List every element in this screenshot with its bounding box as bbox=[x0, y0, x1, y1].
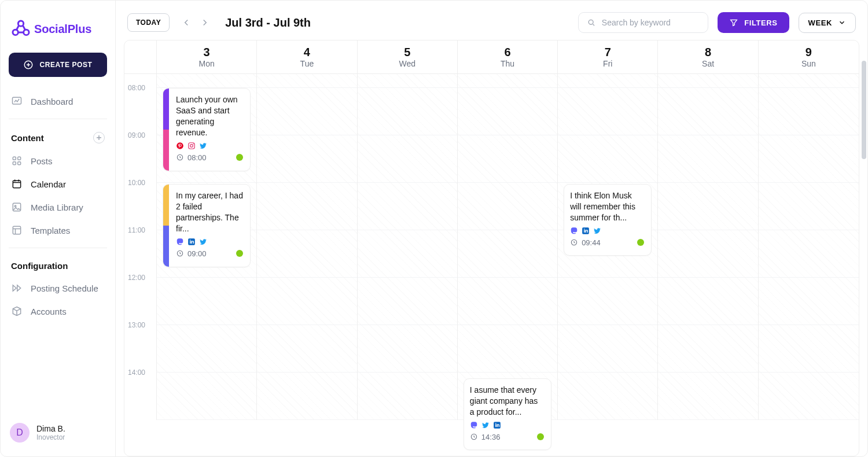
status-dot bbox=[637, 239, 644, 246]
create-post-button[interactable]: CREATE POST bbox=[9, 53, 107, 77]
event-card[interactable]: I asume that every giant company has a p… bbox=[464, 378, 551, 450]
nav-label: Templates bbox=[31, 226, 70, 235]
date-range: Jul 3rd - Jul 9th bbox=[225, 16, 311, 30]
view-select[interactable]: WEEK bbox=[799, 13, 856, 33]
instagram-icon bbox=[187, 142, 196, 150]
twitter-icon bbox=[199, 142, 207, 150]
event-card[interactable]: In my career, I had 2 failed partnership… bbox=[163, 184, 251, 267]
chevron-down-icon bbox=[838, 19, 846, 27]
svg-point-14 bbox=[176, 142, 183, 149]
twitter-icon bbox=[199, 238, 207, 246]
day-col-thu[interactable]: I asume that every giant company has a p… bbox=[458, 74, 558, 420]
main: TODAY Jul 3rd - Jul 9th FILTERS WEEK bbox=[116, 1, 867, 456]
event-text: I asume that every giant company has a p… bbox=[470, 385, 544, 418]
sidebar-item-schedule[interactable]: Posting Schedule bbox=[9, 277, 107, 300]
svg-rect-8 bbox=[18, 162, 21, 165]
view-label: WEEK bbox=[808, 19, 832, 27]
templates-icon bbox=[11, 224, 23, 236]
svg-rect-6 bbox=[18, 157, 21, 160]
day-col-tue[interactable] bbox=[257, 74, 357, 420]
linkedin-icon bbox=[187, 238, 196, 246]
search-icon bbox=[587, 17, 596, 28]
divider bbox=[9, 119, 107, 119]
day-header[interactable]: 7Fri bbox=[558, 40, 658, 73]
cube-icon bbox=[11, 305, 23, 317]
add-content-button[interactable] bbox=[93, 132, 105, 143]
user-org: Inovector bbox=[36, 433, 65, 441]
sidebar-item-templates[interactable]: Templates bbox=[9, 219, 107, 242]
svg-point-13 bbox=[589, 20, 593, 24]
day-header[interactable]: 5Wed bbox=[358, 40, 458, 73]
brand-logo[interactable]: SocialPlus bbox=[9, 14, 107, 53]
clock-icon bbox=[176, 153, 184, 161]
event-card[interactable]: I think Elon Musk will remember this sum… bbox=[564, 184, 652, 256]
nav-label: Posts bbox=[31, 156, 53, 166]
clock-icon bbox=[470, 433, 478, 441]
event-card[interactable]: Launch your own SaaS and start generatin… bbox=[163, 88, 251, 171]
day-header[interactable]: 3Mon bbox=[157, 40, 257, 73]
scrollbar[interactable] bbox=[862, 61, 866, 159]
nav-label: Posting Schedule bbox=[31, 283, 98, 293]
nav-label: Accounts bbox=[31, 307, 67, 316]
day-col-sun[interactable] bbox=[759, 74, 859, 420]
svg-point-2 bbox=[24, 30, 29, 35]
svg-point-16 bbox=[190, 144, 193, 147]
day-col-sat[interactable] bbox=[658, 74, 758, 420]
calendar-body[interactable]: 08:00 09:00 10:00 11:00 12:00 13:00 14:0… bbox=[124, 74, 859, 456]
mastodon-icon bbox=[176, 238, 184, 246]
forward-icon bbox=[11, 282, 23, 294]
grid-icon bbox=[11, 155, 23, 167]
day-col-mon[interactable]: Launch your own SaaS and start generatin… bbox=[157, 74, 257, 420]
chevron-left-icon bbox=[181, 17, 192, 28]
clock-icon bbox=[176, 249, 184, 257]
plus-circle-icon bbox=[23, 60, 34, 70]
prev-week-button[interactable] bbox=[179, 15, 194, 30]
toolbar: TODAY Jul 3rd - Jul 9th FILTERS WEEK bbox=[124, 12, 859, 40]
user-name: Dima B. bbox=[36, 424, 65, 433]
calendar-grid: 3Mon 4Tue 5Wed 6Thu 7Fri 8Sat 9Sun 08:00… bbox=[124, 40, 859, 456]
nav-label: Media Library bbox=[31, 202, 83, 212]
mastodon-icon bbox=[470, 421, 478, 429]
filters-label: FILTERS bbox=[744, 19, 777, 27]
day-header[interactable]: 6Thu bbox=[458, 40, 558, 73]
day-header[interactable]: 4Tue bbox=[257, 40, 357, 73]
sidebar-item-accounts[interactable]: Accounts bbox=[9, 300, 107, 323]
search-box[interactable] bbox=[578, 12, 708, 33]
day-col-wed[interactable] bbox=[358, 74, 458, 420]
section-title: Configuration bbox=[11, 261, 68, 271]
image-icon bbox=[11, 201, 23, 213]
sidebar-item-dashboard[interactable]: Dashboard bbox=[9, 90, 107, 113]
nav-label: Calendar bbox=[31, 179, 66, 189]
filter-icon bbox=[729, 18, 738, 27]
calendar-header-row: 3Mon 4Tue 5Wed 6Thu 7Fri 8Sat 9Sun bbox=[124, 40, 859, 74]
twitter-icon bbox=[593, 227, 601, 235]
dashboard-icon bbox=[11, 95, 23, 107]
today-button[interactable]: TODAY bbox=[127, 13, 170, 32]
nav-label: Dashboard bbox=[31, 97, 73, 106]
filters-button[interactable]: FILTERS bbox=[718, 12, 789, 33]
day-header[interactable]: 9Sun bbox=[759, 40, 859, 73]
user-widget[interactable]: D Dima B. Inovector bbox=[9, 418, 107, 447]
clock-icon bbox=[570, 238, 578, 246]
svg-rect-12 bbox=[13, 226, 20, 234]
search-input[interactable] bbox=[602, 18, 700, 27]
status-dot bbox=[236, 250, 243, 257]
create-post-label: CREATE POST bbox=[39, 61, 92, 69]
svg-rect-7 bbox=[13, 162, 16, 165]
sidebar-item-calendar[interactable]: Calendar bbox=[9, 172, 107, 196]
twitter-icon bbox=[481, 421, 490, 429]
section-content-header: Content bbox=[9, 125, 107, 149]
section-title: Content bbox=[11, 133, 44, 143]
next-week-button[interactable] bbox=[197, 15, 212, 30]
sidebar-item-media[interactable]: Media Library bbox=[9, 196, 107, 219]
mastodon-icon bbox=[570, 227, 578, 235]
sidebar-item-posts[interactable]: Posts bbox=[9, 149, 107, 172]
event-text: In my career, I had 2 failed partnership… bbox=[176, 190, 243, 234]
day-col-fri[interactable]: I think Elon Musk will remember this sum… bbox=[558, 74, 658, 420]
section-config-header: Configuration bbox=[9, 254, 107, 277]
svg-point-17 bbox=[193, 143, 194, 144]
day-header[interactable]: 8Sat bbox=[658, 40, 758, 73]
svg-point-1 bbox=[13, 30, 18, 35]
event-text: I think Elon Musk will remember this sum… bbox=[570, 190, 644, 223]
status-dot bbox=[537, 433, 544, 440]
